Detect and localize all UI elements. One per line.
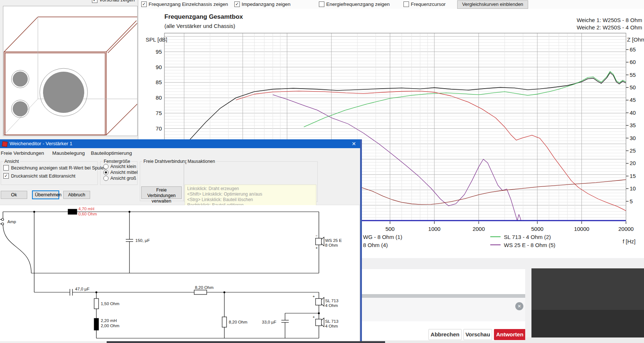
sp2-plus: + [313, 294, 315, 299]
svg-text:20: 20 [630, 160, 636, 166]
ok-button[interactable]: Ok [1, 191, 27, 199]
antworten-button[interactable]: Antworten [494, 329, 526, 340]
box-preview-panel [3, 6, 138, 136]
svg-text:90: 90 [156, 64, 162, 70]
thumbnail-dark-bottom [531, 310, 644, 337]
svg-text:85: 85 [156, 79, 162, 85]
crossover-schematic[interactable]: Amp 4,70 mH 0,60 Ohm 150, µF − + WS 25 E… [0, 205, 359, 341]
dialog-title: Weicheneditor - Verstärker 1 [10, 141, 72, 146]
menu-freie-verbindungen[interactable]: Freie Verbindungen [1, 150, 44, 156]
weicheneditor-dialog[interactable]: Weicheneditor - Verstärker 1 ✕ Freie Ver… [0, 139, 362, 341]
c3-value: 33,0 µF [262, 320, 276, 324]
checkbox-druckansicht[interactable]: ✓Druckansicht statt Editoransicht [3, 174, 75, 179]
svg-text:70: 70 [156, 125, 162, 132]
close-attachment-icon[interactable]: ✕ [515, 302, 523, 310]
dialog-titlebar[interactable]: Weicheneditor - Verstärker 1 ✕ [0, 139, 360, 148]
legend-item-5: WS 25 E - 8 Ohm (5) [504, 242, 555, 248]
driver-small-bottom [11, 100, 29, 118]
help-line: <Strg> Linksklick: Bauteil löschen [187, 197, 314, 203]
svg-text:60: 60 [630, 59, 636, 65]
freie-verbindungen-button[interactable]: Freie Verbindungen verwalten [141, 186, 182, 199]
radio-ansicht-klein[interactable]: Ansicht klein [103, 164, 136, 169]
abbruch-button[interactable]: Abbruch [63, 191, 90, 199]
taskbar-sliver [107, 341, 385, 343]
checkbox-checked-icon[interactable]: ✓ [92, 0, 97, 3]
svg-text:5000: 5000 [531, 226, 543, 232]
sp1-minus: − [316, 234, 318, 238]
l1-resistance: 0,60 Ohm [78, 212, 97, 216]
l1-value: 4,70 mH [78, 207, 94, 211]
thumbnail-dark-top [531, 268, 644, 310]
svg-text:95: 95 [156, 49, 162, 55]
svg-text:10000: 10000 [574, 226, 590, 232]
checkbox-checked-icon[interactable]: ✓ [3, 173, 9, 179]
sp2-name: SL 713 [325, 299, 338, 303]
checkbox-label: Druckansicht statt Editoransicht [11, 174, 75, 179]
radio-icon[interactable] [103, 164, 108, 169]
help-line: Linksklick: Draht erzeugen [187, 186, 314, 192]
amp-label: Amp [7, 219, 16, 224]
uebernehmen-button[interactable]: Übernehmen [32, 190, 59, 199]
svg-text:1000: 1000 [428, 226, 440, 232]
screen: { "preview": { "checkbox_label": "Vorsch… [0, 0, 644, 343]
radio-selected-icon[interactable] [103, 170, 108, 175]
sp3-ohm: 4 Ohm [325, 324, 338, 328]
dialog-close-icon[interactable]: ✕ [348, 139, 360, 148]
svg-text:65: 65 [630, 46, 636, 53]
radio-label: Ansicht klein [110, 164, 136, 169]
svg-text:55: 55 [630, 72, 636, 78]
checkbox-bezeichnung-anzeigen[interactable]: Bezeichnung anzeigen statt R-Wert bei Sp… [3, 165, 106, 171]
speaker-box-wireframe [3, 6, 137, 136]
group-ansicht: Ansicht Bezeichnung anzeigen statt R-Wer… [1, 161, 98, 185]
sp1-ohm: 8 Ohm [325, 243, 338, 247]
legend-dash-ws25e [490, 244, 501, 245]
svg-text:500: 500 [385, 226, 395, 232]
checkbox-label: Bezeichnung anzeigen statt R-Wert bei Sp… [11, 165, 106, 171]
svg-text:2000: 2000 [473, 226, 485, 232]
svg-text:40: 40 [630, 110, 636, 116]
sp3-plus: + [313, 315, 315, 319]
driver-woofer [40, 68, 88, 116]
sp1-plus: + [316, 246, 318, 250]
menu-mausbelegung[interactable]: Mausbelegung [52, 150, 85, 156]
dialog-menubar: Freie Verbindungen Mausbelegung Bauteilo… [0, 148, 360, 158]
r1-value: 1,50 Ohm [101, 301, 120, 306]
legend-dash-sl713 [490, 236, 501, 237]
window-divider [138, 0, 138, 139]
gap-strip [525, 269, 531, 337]
vorschau-zeigen-checkbox[interactable]: ✓ Vorschau zeigen [91, 0, 139, 3]
schematic-svg: Amp 4,70 mH 0,60 Ohm 150, µF − + WS 25 E… [0, 205, 359, 341]
svg-text:50: 50 [630, 84, 636, 90]
r2-value: 8,20 Ohm [195, 285, 214, 290]
abbrechen-button[interactable]: Abbrechen [428, 329, 462, 340]
svg-text:30: 30 [630, 135, 636, 141]
l2-resistance: 2,00 Ohm [101, 324, 120, 328]
legend-item-1: WG - 8 Ohm (1) [363, 234, 402, 240]
menu-bauteiloptimierung[interactable]: Bauteiloptimierung [91, 150, 132, 156]
radio-label: Ansicht mittel [110, 170, 138, 175]
group-label: Mausaktionen [186, 159, 216, 164]
dialog-options: Ansicht Bezeichnung anzeigen statt R-Wer… [0, 158, 360, 205]
group-label: Ansicht [3, 159, 20, 164]
sp3-name: SL 713 [325, 319, 338, 324]
checkbox-unchecked-icon[interactable] [3, 165, 9, 171]
svg-text:80: 80 [156, 94, 162, 101]
svg-text:75: 75 [156, 110, 162, 116]
app-icon [2, 141, 8, 147]
radio-icon[interactable] [103, 176, 108, 181]
l2-value: 2,20 mH [101, 318, 117, 323]
svg-text:15: 15 [630, 173, 636, 179]
driver-small-top [11, 70, 29, 88]
radio-ansicht-gross[interactable]: Ansicht groß [103, 176, 136, 181]
svg-text:20000: 20000 [618, 226, 634, 232]
vorschau-button[interactable]: Vorschau [463, 329, 492, 340]
c1-value: 150, µF [135, 238, 150, 243]
r3-value: 8,20 Ohm [229, 320, 248, 324]
svg-text:35: 35 [630, 122, 636, 128]
group-label: Fenstergröße [103, 159, 131, 164]
sp2-ohm: 4 Ohm [325, 303, 338, 308]
svg-text:10: 10 [630, 185, 636, 192]
radio-ansicht-mittel[interactable]: Ansicht mittel [103, 170, 138, 175]
legend-item-2: SL 713 - 4 Ohm (2) [504, 234, 551, 240]
c2-value: 47,0 µF [75, 287, 89, 291]
